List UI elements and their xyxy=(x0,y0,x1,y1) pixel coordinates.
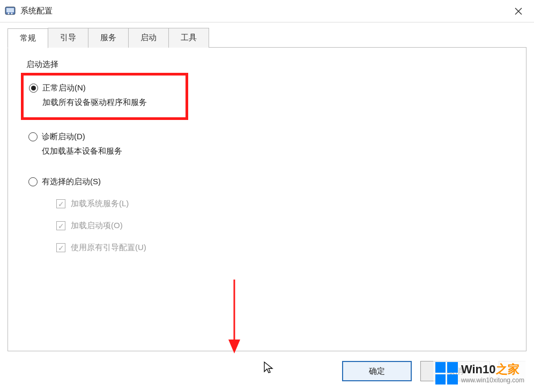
tab-general[interactable]: 常规 xyxy=(8,28,48,48)
tab-label: 服务 xyxy=(100,33,116,42)
msconfig-window: 系统配置 常规 引导 服务 启动 工具 启动选择 xyxy=(0,0,534,392)
checkbox-label: 加载系统服务(L) xyxy=(71,199,129,209)
radio-selective-startup[interactable]: 有选择的启动(S) xyxy=(28,177,510,187)
watermark-brand: Win10之家 xyxy=(461,364,524,375)
radio-label: 有选择的启动(S) xyxy=(42,177,101,187)
radio-icon xyxy=(28,177,38,186)
checkbox-load-services: ✓ 加载系统服务(L) xyxy=(56,199,510,209)
window-title: 系统配置 xyxy=(20,6,507,16)
tab-strip: 常规 引导 服务 启动 工具 xyxy=(8,28,526,48)
checkbox-icon: ✓ xyxy=(56,243,65,252)
tab-label: 工具 xyxy=(181,33,197,42)
groupbox-title: 启动选择 xyxy=(24,59,61,70)
radio-icon xyxy=(28,132,38,141)
radio-label: 正常启动(N) xyxy=(42,83,86,93)
checkbox-original-boot-config: ✓ 使用原有引导配置(U) xyxy=(56,243,510,253)
radio-icon xyxy=(29,84,38,93)
tab-boot[interactable]: 引导 xyxy=(48,28,88,48)
checkbox-label: 加载启动项(O) xyxy=(71,221,123,231)
checkbox-icon: ✓ xyxy=(56,199,65,208)
checkbox-label: 使用原有引导配置(U) xyxy=(71,243,146,253)
close-button[interactable] xyxy=(507,0,530,22)
radio-diagnostic-desc: 仅加载基本设备和服务 xyxy=(42,146,510,156)
ok-button[interactable]: 确定 xyxy=(342,361,412,381)
tab-services[interactable]: 服务 xyxy=(88,28,129,48)
tab-startup[interactable]: 启动 xyxy=(128,28,169,48)
windows-logo-icon xyxy=(435,362,458,385)
radio-selective-block: 有选择的启动(S) ✓ 加载系统服务(L) ✓ 加载启动项(O) ✓ 使用原有引… xyxy=(28,177,510,253)
watermark-brand-part1: Win10 xyxy=(461,363,496,376)
cursor-icon xyxy=(263,361,275,375)
content-area: 常规 引导 服务 启动 工具 启动选择 正常启动(N) 加载所有设备驱动程序和服… xyxy=(0,22,534,351)
annotation-highlight: 正常启动(N) 加载所有设备驱动程序和服务 xyxy=(21,73,188,120)
svg-point-3 xyxy=(11,12,13,14)
tab-label: 常规 xyxy=(20,33,36,42)
tab-tools[interactable]: 工具 xyxy=(168,28,209,48)
startup-selection-group: 启动选择 正常启动(N) 加载所有设备驱动程序和服务 诊断启动(D) 仅加载基 xyxy=(24,59,510,253)
watermark-url: www.win10xitong.com xyxy=(461,377,524,383)
app-icon xyxy=(4,5,16,17)
watermark-brand-part2: 之家 xyxy=(496,363,520,376)
general-panel: 启动选择 正常启动(N) 加载所有设备驱动程序和服务 诊断启动(D) 仅加载基 xyxy=(8,47,526,351)
watermark-text: Win10之家 www.win10xitong.com xyxy=(461,364,524,383)
checkbox-load-startup-items: ✓ 加载启动项(O) xyxy=(56,221,510,231)
svg-point-2 xyxy=(8,12,10,14)
radio-diagnostic-block: 诊断启动(D) 仅加载基本设备和服务 xyxy=(28,132,510,156)
tab-label: 引导 xyxy=(60,33,76,42)
radio-normal-startup[interactable]: 正常启动(N) xyxy=(29,83,180,93)
radio-normal-desc: 加载所有设备驱动程序和服务 xyxy=(42,97,180,108)
titlebar: 系统配置 xyxy=(0,0,534,22)
checkbox-icon: ✓ xyxy=(56,221,65,230)
svg-rect-1 xyxy=(6,8,14,12)
tab-label: 启动 xyxy=(140,33,157,42)
radio-label: 诊断启动(D) xyxy=(42,132,85,142)
button-label: 确定 xyxy=(369,366,385,376)
radio-diagnostic-startup[interactable]: 诊断启动(D) xyxy=(28,132,510,142)
watermark: Win10之家 www.win10xitong.com xyxy=(433,361,526,386)
